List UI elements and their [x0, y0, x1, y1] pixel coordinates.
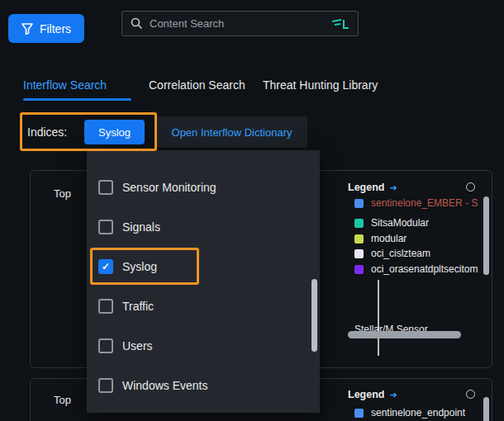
legend-item[interactable]: oci_orasenatdpltsecitom [354, 263, 478, 275]
search-icon [131, 17, 143, 30]
legend-item-label: SitsaModular [371, 217, 429, 229]
dropdown-option-label: Signals [122, 220, 160, 234]
legend-expand-arrow-icon[interactable]: ➔ [389, 182, 397, 193]
dropdown-option-label: Traffic [122, 300, 154, 313]
legend-item[interactable]: sentinelone_endpoint [354, 407, 478, 419]
dropdown-scrollbar[interactable] [311, 279, 317, 352]
legend-item[interactable]: sentinelone_EMBER - S [354, 197, 478, 209]
checkbox-unchecked[interactable] [98, 220, 113, 234]
checkbox-unchecked[interactable] [98, 338, 113, 353]
dropdown-option-label: Windows Events [122, 379, 207, 392]
dropdown-option-syslog[interactable]: Syslog [87, 247, 320, 286]
chart-line-segment [378, 280, 379, 356]
checkbox-checked[interactable] [98, 259, 113, 274]
legend-item[interactable]: modular [354, 233, 478, 244]
legend-item[interactable]: oci_cislzteam [354, 248, 478, 259]
dropdown-option-label: Sensor Monitoring [122, 181, 216, 194]
dropdown-option-signals[interactable]: Signals [87, 207, 320, 247]
legend-item-label: modular [371, 233, 407, 244]
legend-item-label: oci_orasenatdpltsecitom [371, 263, 478, 275]
legend-item-label: sentinelone_EMBER - S [371, 197, 478, 209]
active-tab-underline [23, 98, 131, 101]
filter-funnel-icon [21, 23, 33, 35]
legend-swatch [354, 199, 364, 208]
legend-swatch [354, 249, 364, 258]
legend-toggle-circle-icon[interactable] [466, 182, 475, 192]
checkbox-unchecked[interactable] [98, 378, 113, 393]
stellar-logo-icon [331, 18, 349, 30]
dropdown-option-windows-events[interactable]: Windows Events [87, 366, 320, 405]
legend-swatch [354, 265, 364, 274]
legend-item-label: oci_cislzteam [371, 248, 430, 259]
indices-selected-chip[interactable]: Syslog [84, 120, 145, 144]
legend-swatch [354, 234, 364, 244]
checkbox-unchecked[interactable] [98, 299, 113, 314]
dropdown-option-traffic[interactable]: Traffic [87, 286, 320, 326]
legend-header: Legend ➔ [348, 389, 397, 400]
legend-swatch [354, 409, 364, 418]
legend-title: Legend [348, 389, 384, 400]
tab-correlation-search[interactable]: Correlation Search [149, 78, 245, 92]
dropdown-option-label: Syslog [122, 260, 157, 273]
filters-button[interactable]: Filters [8, 14, 84, 43]
open-interflow-dictionary-link[interactable]: Open Interflow Dictionary [156, 116, 307, 148]
legend-item[interactable]: SitsaModular [354, 217, 478, 229]
content-search-input[interactable] [150, 17, 325, 30]
legend-vertical-scrollbar[interactable] [483, 397, 489, 421]
content-search-box [121, 11, 359, 36]
tab-threat-hunting-library[interactable]: Threat Hunting Library [263, 78, 378, 92]
indices-dropdown-menu: Sensor Monitoring Signals Syslog Traffic… [87, 150, 320, 413]
legend-vertical-scrollbar[interactable] [483, 196, 489, 275]
legend-item-label: sentinelone_endpoint [371, 407, 465, 419]
app-screen: Filters Interflow Search Correlation Sea… [0, 0, 504, 421]
checkbox-unchecked[interactable] [98, 180, 113, 195]
indices-label: Indices: [27, 125, 67, 139]
legend-header: Legend ➔ [348, 182, 397, 193]
legend-swatch [354, 219, 364, 228]
tab-interflow-search[interactable]: Interflow Search [23, 78, 107, 92]
top-panel-label: Top [54, 394, 71, 406]
legend-title: Legend [348, 182, 384, 193]
legend-expand-arrow-icon[interactable]: ➔ [389, 390, 397, 400]
legend-horizontal-scrollbar[interactable] [348, 331, 461, 338]
dropdown-option-label: Users [122, 339, 153, 352]
dropdown-option-users[interactable]: Users [87, 326, 320, 366]
dropdown-option-sensor-monitoring[interactable]: Sensor Monitoring [87, 168, 320, 207]
legend-toggle-circle-icon[interactable] [466, 390, 475, 399]
filters-button-label: Filters [40, 22, 71, 35]
top-panel-label: Top [54, 187, 71, 200]
